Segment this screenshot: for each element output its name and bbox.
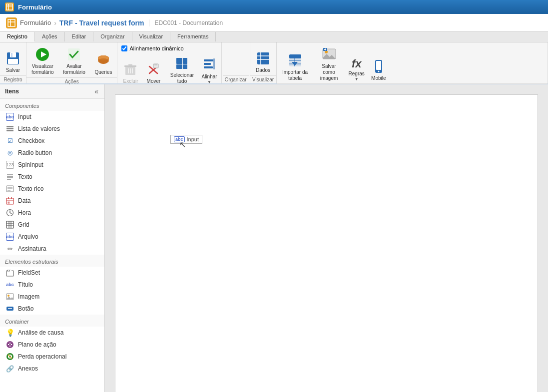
save-label: Salvar xyxy=(6,67,20,73)
regras-label: Regras xyxy=(349,71,365,76)
tab-acoes[interactable]: Ações xyxy=(35,32,65,42)
radio-label: Radio button xyxy=(18,149,52,156)
sidebar-item-checkbox[interactable]: ☑ Checkbox xyxy=(0,135,104,147)
alinhar-arrow: ▼ xyxy=(207,80,211,84)
mobile-button[interactable]: Mobile xyxy=(368,56,390,83)
avaliar-formulario-button[interactable]: Avaliar formulário xyxy=(57,44,90,77)
sidebar: Itens « Componentes abc Input Lista de v… xyxy=(0,84,105,392)
excluir-button[interactable]: Excluir xyxy=(119,59,141,86)
breadcrumb-doc: EDC001 - Documentation xyxy=(149,19,223,26)
queries-button[interactable]: Queries xyxy=(91,50,115,77)
tab-visualizar[interactable]: Visualizar xyxy=(132,32,171,42)
section-container-title: Container xyxy=(0,315,104,327)
sidebar-item-fieldset[interactable]: KY FieldSet xyxy=(0,267,104,279)
texto-icon xyxy=(6,173,14,181)
texto-rico-label: Texto rico xyxy=(18,185,43,192)
anexos-icon: 🔗 xyxy=(6,365,14,373)
breadcrumb-parent[interactable]: Formulário xyxy=(20,19,51,26)
ribbon-group-acoes: Visualizarformulário Avaliar formulário xyxy=(26,42,117,83)
sidebar-item-plano-acao[interactable]: Plano de ação xyxy=(0,339,104,351)
ribbon-group-editar: Alinhamento dinâmico xyxy=(117,42,221,83)
sidebar-item-titulo[interactable]: abc Título xyxy=(0,279,104,291)
canvas-inner[interactable]: abc Input ↖ xyxy=(115,94,538,392)
importar-da-tabela-button[interactable]: Importar da tabela xyxy=(279,50,312,83)
alinhar-button[interactable]: Alinhar ▼ xyxy=(199,55,219,86)
salvar-como-imagem-button[interactable]: Salvar como imagem xyxy=(313,44,346,83)
importar-icon xyxy=(287,52,303,68)
selecionar-tudo-button[interactable]: Selecionar tudo xyxy=(165,53,198,86)
selecionar-tudo-icon xyxy=(174,55,190,71)
svg-rect-29 xyxy=(183,64,187,69)
svg-rect-31 xyxy=(204,63,211,65)
ribbon-group-registro: Salvar Registro xyxy=(0,42,26,83)
dados-button[interactable]: Dados xyxy=(252,48,274,75)
tab-editar[interactable]: Editar xyxy=(65,32,94,42)
sidebar-item-lista-de-valores[interactable]: Lista de valores xyxy=(0,123,104,135)
sidebar-collapse-button[interactable]: « xyxy=(93,87,99,95)
section-estruturais-title: Elementos estruturais xyxy=(0,255,104,267)
play-icon xyxy=(34,46,50,62)
breadcrumb-title: TRF - Travel request form xyxy=(59,19,144,27)
sidebar-item-perda-operacional[interactable]: Perda operacional xyxy=(0,351,104,363)
title-bar: Formulário xyxy=(0,0,548,14)
sidebar-item-radio-button[interactable]: ◎ Radio button xyxy=(0,147,104,159)
importar-label: Importar da tabela xyxy=(282,69,309,81)
visualizar-formulario-button[interactable]: Visualizarformulário xyxy=(28,44,56,77)
lista-label: Lista de valores xyxy=(18,125,60,132)
sidebar-item-imagem[interactable]: Imagem xyxy=(0,291,104,303)
texto-rico-icon xyxy=(6,185,14,193)
ribbon-group-visualizar: Dados Visualizar xyxy=(250,42,277,83)
svg-rect-51 xyxy=(376,61,381,70)
sidebar-item-texto[interactable]: Texto xyxy=(0,171,104,183)
organizar-label: Organizar xyxy=(223,75,249,83)
svg-rect-3 xyxy=(8,19,15,26)
canvas-area[interactable]: abc Input ↖ xyxy=(105,84,548,392)
sidebar-item-hora[interactable]: Hora xyxy=(0,207,104,219)
fieldset-icon: KY xyxy=(6,269,14,277)
sidebar-item-grid[interactable]: Grid xyxy=(0,219,104,231)
botao-label: Botão xyxy=(18,305,33,312)
ribbon: Registro Ações Editar Organizar Visualiz… xyxy=(0,32,548,84)
mover-icon xyxy=(145,61,161,77)
mover-button[interactable]: Mover xyxy=(142,59,164,86)
svg-marker-82 xyxy=(6,297,13,299)
checkbox-label: Checkbox xyxy=(18,137,44,144)
sidebar-item-input[interactable]: abc Input xyxy=(0,111,104,123)
imagem-icon xyxy=(6,293,14,301)
analise-icon: 💡 xyxy=(6,329,14,337)
svg-point-52 xyxy=(378,71,379,72)
tab-ferramentas[interactable]: Ferramentas xyxy=(170,32,216,42)
sidebar-item-spininput[interactable]: 123 SpinInput xyxy=(0,159,104,171)
sidebar-item-botao[interactable]: Botão xyxy=(0,303,104,315)
tab-registro[interactable]: Registro xyxy=(0,32,35,42)
canvas-input-icon: abc xyxy=(174,136,185,142)
save-button[interactable]: Salvar xyxy=(2,48,24,75)
regras-arrow: ▼ xyxy=(355,77,359,81)
data-label: Data xyxy=(18,197,30,204)
assinatura-label: Assinatura xyxy=(18,245,46,252)
regras-icon: fx xyxy=(349,57,364,70)
queries-label: Queries xyxy=(94,69,112,75)
analise-label: Análise de causa xyxy=(18,329,63,336)
tab-organizar[interactable]: Organizar xyxy=(93,32,132,42)
svg-point-81 xyxy=(7,295,9,297)
svg-rect-34 xyxy=(257,52,269,64)
grid-label: Grid xyxy=(18,221,29,228)
sidebar-item-assinatura[interactable]: ✏ Assinatura xyxy=(0,243,104,255)
svg-rect-18 xyxy=(128,64,132,65)
registro-label: Registro xyxy=(0,75,26,83)
svg-point-15 xyxy=(98,58,109,63)
svg-rect-53 xyxy=(6,126,13,127)
svg-rect-32 xyxy=(204,66,213,68)
sidebar-item-data[interactable]: ▦ Data xyxy=(0,195,104,207)
sidebar-item-texto-rico[interactable]: Texto rico xyxy=(0,183,104,195)
alinhamento-dinamico-checkbox[interactable] xyxy=(121,45,127,51)
mobile-icon xyxy=(371,58,387,74)
arquivo-icon: abc xyxy=(6,233,14,241)
spin-icon: 123 xyxy=(6,161,14,169)
regras-button[interactable]: fx Regras ▼ xyxy=(347,55,367,83)
sidebar-item-anexos[interactable]: 🔗 Anexos xyxy=(0,363,104,375)
sidebar-title: Itens xyxy=(5,88,19,95)
sidebar-item-arquivo[interactable]: abc Arquivo xyxy=(0,231,104,243)
sidebar-item-analise-causa[interactable]: 💡 Análise de causa xyxy=(0,327,104,339)
